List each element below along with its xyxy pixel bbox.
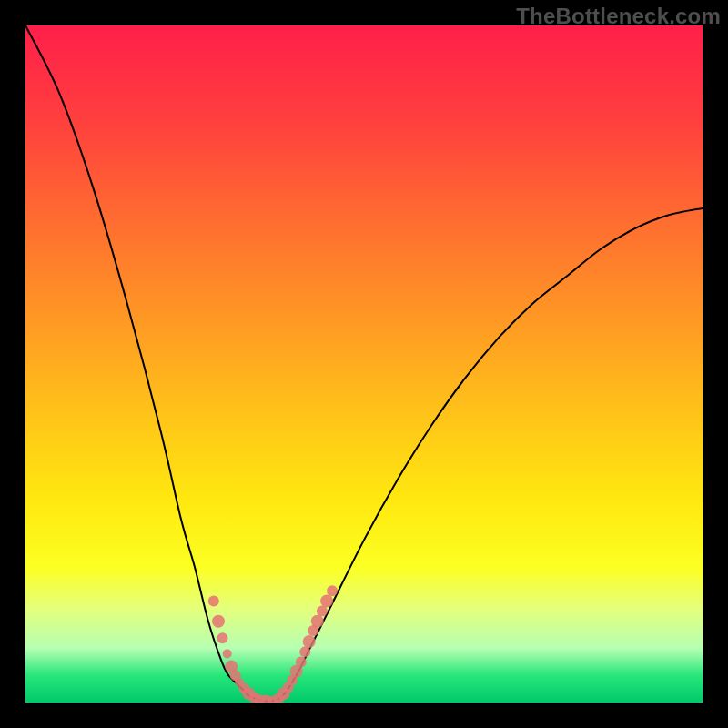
scatter-dot — [299, 646, 310, 657]
scatter-dot — [223, 649, 232, 658]
left-branch-curve — [25, 25, 269, 702]
scatter-dot — [296, 656, 307, 667]
curve-layer — [25, 25, 703, 703]
scatter-dot — [217, 632, 228, 643]
scatter-dot — [327, 585, 338, 596]
scatter-dot — [212, 615, 225, 628]
watermark-text: TheBottleneck.com — [516, 4, 721, 29]
plot-area — [25, 25, 703, 703]
scatter-dot — [320, 594, 333, 607]
right-branch-curve — [269, 208, 703, 702]
scatter-dot — [317, 606, 328, 617]
scatter-dot — [208, 595, 219, 606]
scatter-dot — [303, 635, 316, 648]
scatter-dots — [208, 585, 338, 703]
chart-frame: TheBottleneck.com — [0, 0, 728, 728]
scatter-dot — [311, 615, 324, 628]
